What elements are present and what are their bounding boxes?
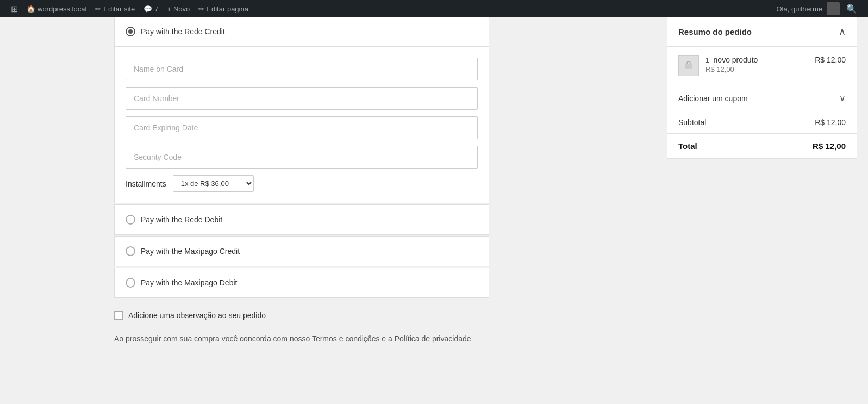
payment-option-maxipago-debit: Pay with the Maxipago Debit — [114, 268, 489, 298]
installments-row: Installments 1x de R$ 36,00 2x de R$ 18,… — [126, 175, 478, 192]
maxipago-credit-radio[interactable] — [126, 246, 135, 256]
rede-credit-radio[interactable] — [126, 27, 135, 36]
installments-select[interactable]: 1x de R$ 36,00 2x de R$ 18,00 3x de R$ 1… — [173, 175, 254, 192]
maxipago-debit-label: Pay with the Maxipago Debit — [141, 278, 237, 287]
name-on-card-field — [126, 58, 478, 80]
name-on-card-input[interactable] — [126, 58, 478, 80]
product-price: R$ 12,00 — [815, 55, 846, 64]
terms-content: Ao prosseguir com sua compra você concor… — [114, 334, 471, 343]
card-number-field — [126, 87, 478, 110]
order-summary-header: Resumo do pedido ∧ — [667, 17, 857, 47]
site-name-item[interactable]: 🏠 wordpress.local — [22, 0, 91, 17]
payment-option-rede-credit: Pay with the Rede Credit — [114, 16, 489, 203]
product-thumbnail — [678, 55, 699, 76]
payment-option-maxipago-credit: Pay with the Maxipago Credit — [114, 236, 489, 266]
product-name-qty: 1 novo produto — [705, 55, 758, 64]
add-note-checkbox[interactable] — [114, 311, 123, 320]
comments-item[interactable]: 💬 7 — [139, 0, 163, 17]
edit-site-label: Editar site — [103, 5, 135, 13]
admin-bar: ⊞ 🏠 wordpress.local ✏ Editar site 💬 7 + … — [0, 0, 868, 17]
product-qty: 1 — [705, 57, 709, 64]
product-name: novo produto — [714, 55, 758, 64]
edit-page-item[interactable]: ✏ Editar página — [194, 0, 253, 17]
rede-credit-label: Pay with the Rede Credit — [141, 27, 225, 36]
card-expiring-date-input[interactable] — [126, 116, 478, 139]
rede-debit-radio[interactable] — [126, 215, 135, 225]
wordpress-icon: ⊞ — [11, 4, 18, 14]
card-form: Installments 1x de R$ 36,00 2x de R$ 18,… — [115, 47, 489, 203]
site-name-label: wordpress.local — [38, 5, 86, 13]
edit-page-label: Editar página — [207, 5, 248, 13]
plus-icon: + — [167, 5, 171, 13]
subtotal-value: R$ 12,00 — [815, 118, 846, 127]
total-label: Total — [678, 141, 697, 151]
add-note-label: Adicione uma observação ao seu pedido — [128, 311, 266, 320]
comments-icon: 💬 — [143, 5, 152, 13]
right-column: Resumo do pedido ∧ 1 novo produto — [667, 5, 868, 356]
coupon-label: Adicionar um cupom — [678, 94, 748, 103]
security-code-field — [126, 146, 478, 169]
rede-debit-label: Pay with the Rede Debit — [141, 215, 222, 224]
edit-page-icon: ✏ — [198, 5, 204, 13]
edit-site-item[interactable]: ✏ Editar site — [91, 0, 139, 17]
total-value: R$ 12,00 — [813, 141, 846, 151]
search-icon[interactable]: 🔍 — [842, 4, 861, 14]
add-note-section: Adicione uma observação ao seu pedido — [114, 311, 489, 320]
terms-text: Ao prosseguir com sua compra você concor… — [114, 333, 473, 345]
maxipago-debit-radio[interactable] — [126, 278, 135, 288]
new-label: Novo — [173, 5, 190, 13]
subtotal-label: Subtotal — [678, 118, 706, 127]
coupon-row[interactable]: Adicionar um cupom ∨ — [667, 85, 857, 111]
security-code-input[interactable] — [126, 146, 478, 169]
order-item-row: 1 novo produto R$ 12,00 R$ 12,00 — [667, 47, 857, 85]
total-row: Total R$ 12,00 — [667, 134, 857, 158]
avatar — [827, 2, 840, 15]
product-info: 1 novo produto R$ 12,00 R$ 12,00 — [705, 55, 846, 73]
payment-option-rede-debit: Pay with the Rede Debit — [114, 204, 489, 235]
subtotal-row: Subtotal R$ 12,00 — [667, 111, 857, 134]
product-unit-price: R$ 12,00 — [705, 65, 846, 73]
maxipago-credit-label: Pay with the Maxipago Credit — [141, 247, 240, 256]
rede-credit-header[interactable]: Pay with the Rede Credit — [115, 17, 489, 47]
edit-site-icon: ✏ — [95, 5, 101, 13]
installments-label: Installments — [126, 179, 166, 188]
collapse-icon[interactable]: ∧ — [839, 26, 846, 38]
user-greeting: Olá, guilherme — [776, 5, 822, 13]
card-number-input[interactable] — [126, 87, 478, 110]
order-summary-box: Resumo do pedido ∧ 1 novo produto — [667, 16, 857, 159]
left-column: Pay with the Rede Credit — [0, 5, 667, 356]
admin-bar-right: Olá, guilherme 🔍 — [776, 2, 861, 15]
new-item[interactable]: + Novo — [163, 0, 194, 17]
page-layout: Pay with the Rede Credit — [0, 0, 868, 356]
comments-count: 7 — [154, 5, 158, 13]
card-expiring-date-field — [126, 116, 478, 139]
order-summary-title: Resumo do pedido — [678, 27, 752, 36]
rede-debit-row[interactable]: Pay with the Rede Debit — [115, 205, 489, 234]
wp-logo[interactable]: ⊞ — [7, 0, 22, 17]
maxipago-credit-row[interactable]: Pay with the Maxipago Credit — [115, 237, 489, 266]
payment-section: Pay with the Rede Credit — [114, 16, 489, 345]
home-icon: 🏠 — [27, 5, 35, 13]
coupon-chevron-icon: ∨ — [839, 93, 846, 103]
maxipago-debit-row[interactable]: Pay with the Maxipago Debit — [115, 268, 489, 297]
